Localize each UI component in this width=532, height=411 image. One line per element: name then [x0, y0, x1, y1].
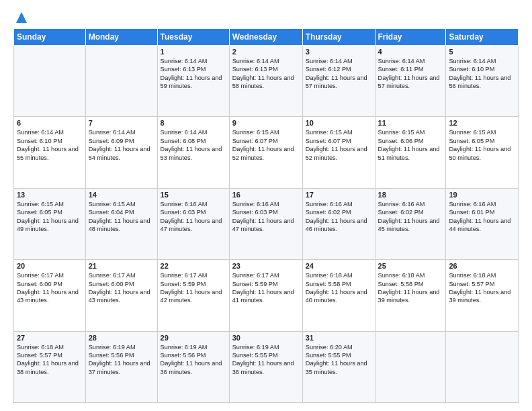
day-number: 25 — [378, 262, 443, 270]
cell-content: Sunrise: 6:16 AMSunset: 6:03 PMDaylight:… — [232, 200, 300, 234]
day-number: 11 — [378, 119, 443, 127]
cell-content: Sunrise: 6:15 AMSunset: 6:07 PMDaylight:… — [306, 128, 372, 162]
calendar-cell: 6Sunrise: 6:14 AMSunset: 6:10 PMDaylight… — [14, 117, 86, 188]
header — [13, 11, 519, 21]
calendar-week-row: 13Sunrise: 6:15 AMSunset: 6:05 PMDayligh… — [14, 188, 519, 259]
calendar-cell: 21Sunrise: 6:17 AMSunset: 6:00 PMDayligh… — [85, 260, 157, 331]
cell-content: Sunrise: 6:17 AMSunset: 6:00 PMDaylight:… — [89, 271, 154, 305]
day-number: 26 — [449, 262, 515, 270]
cell-content: Sunrise: 6:19 AMSunset: 5:55 PMDaylight:… — [232, 343, 300, 377]
calendar-cell — [446, 331, 519, 402]
day-number: 17 — [306, 191, 372, 199]
day-number: 20 — [17, 262, 83, 270]
calendar-cell: 26Sunrise: 6:18 AMSunset: 5:57 PMDayligh… — [446, 260, 519, 331]
calendar-cell: 18Sunrise: 6:16 AMSunset: 6:02 PMDayligh… — [375, 188, 446, 259]
day-number: 2 — [232, 48, 300, 56]
cell-content: Sunrise: 6:15 AMSunset: 6:04 PMDaylight:… — [89, 200, 154, 234]
cell-content: Sunrise: 6:19 AMSunset: 5:56 PMDaylight:… — [161, 343, 226, 377]
day-number: 24 — [306, 262, 372, 270]
column-header-monday: Monday — [85, 29, 157, 46]
day-number: 6 — [17, 119, 83, 127]
cell-content: Sunrise: 6:17 AMSunset: 5:59 PMDaylight:… — [232, 271, 300, 305]
day-number: 16 — [232, 191, 300, 199]
day-number: 15 — [161, 191, 226, 199]
logo — [13, 11, 28, 21]
calendar-cell: 12Sunrise: 6:15 AMSunset: 6:05 PMDayligh… — [446, 117, 519, 188]
calendar-cell: 3Sunrise: 6:14 AMSunset: 6:12 PMDaylight… — [302, 46, 375, 117]
cell-content: Sunrise: 6:14 AMSunset: 6:10 PMDaylight:… — [449, 57, 515, 91]
cell-content: Sunrise: 6:16 AMSunset: 6:01 PMDaylight:… — [449, 200, 515, 234]
cell-content: Sunrise: 6:14 AMSunset: 6:10 PMDaylight:… — [17, 128, 83, 162]
column-header-thursday: Thursday — [302, 29, 375, 46]
cell-content: Sunrise: 6:15 AMSunset: 6:07 PMDaylight:… — [232, 128, 300, 162]
cell-content: Sunrise: 6:14 AMSunset: 6:11 PMDaylight:… — [378, 57, 443, 91]
calendar-cell: 13Sunrise: 6:15 AMSunset: 6:05 PMDayligh… — [14, 188, 86, 259]
cell-content: Sunrise: 6:14 AMSunset: 6:08 PMDaylight:… — [161, 128, 226, 162]
logo-icon — [15, 11, 28, 24]
calendar-cell — [85, 46, 157, 117]
calendar-week-row: 1Sunrise: 6:14 AMSunset: 6:13 PMDaylight… — [14, 46, 519, 117]
day-number: 5 — [449, 48, 515, 56]
calendar-cell: 17Sunrise: 6:16 AMSunset: 6:02 PMDayligh… — [302, 188, 375, 259]
calendar-cell: 10Sunrise: 6:15 AMSunset: 6:07 PMDayligh… — [302, 117, 375, 188]
day-number: 9 — [232, 119, 300, 127]
cell-content: Sunrise: 6:18 AMSunset: 5:57 PMDaylight:… — [449, 271, 515, 305]
day-number: 13 — [17, 191, 83, 199]
calendar-cell: 5Sunrise: 6:14 AMSunset: 6:10 PMDaylight… — [446, 46, 519, 117]
calendar-cell: 9Sunrise: 6:15 AMSunset: 6:07 PMDaylight… — [229, 117, 302, 188]
calendar-cell: 8Sunrise: 6:14 AMSunset: 6:08 PMDaylight… — [157, 117, 229, 188]
column-header-saturday: Saturday — [446, 29, 519, 46]
calendar-cell: 24Sunrise: 6:18 AMSunset: 5:58 PMDayligh… — [302, 260, 375, 331]
day-number: 22 — [161, 262, 226, 270]
day-number: 14 — [89, 191, 154, 199]
cell-content: Sunrise: 6:18 AMSunset: 5:58 PMDaylight:… — [306, 271, 372, 305]
calendar-cell: 4Sunrise: 6:14 AMSunset: 6:11 PMDaylight… — [375, 46, 446, 117]
day-number: 12 — [449, 119, 515, 127]
day-number: 7 — [89, 119, 154, 127]
cell-content: Sunrise: 6:17 AMSunset: 6:00 PMDaylight:… — [17, 271, 83, 305]
cell-content: Sunrise: 6:14 AMSunset: 6:13 PMDaylight:… — [232, 57, 300, 91]
cell-content: Sunrise: 6:14 AMSunset: 6:13 PMDaylight:… — [161, 57, 226, 91]
day-number: 28 — [89, 334, 154, 342]
day-number: 27 — [17, 334, 83, 342]
calendar-cell: 7Sunrise: 6:14 AMSunset: 6:09 PMDaylight… — [85, 117, 157, 188]
cell-content: Sunrise: 6:16 AMSunset: 6:02 PMDaylight:… — [378, 200, 443, 234]
cell-content: Sunrise: 6:15 AMSunset: 6:05 PMDaylight:… — [17, 200, 83, 234]
cell-content: Sunrise: 6:15 AMSunset: 6:06 PMDaylight:… — [378, 128, 443, 162]
calendar-cell: 29Sunrise: 6:19 AMSunset: 5:56 PMDayligh… — [157, 331, 229, 402]
day-number: 4 — [378, 48, 443, 56]
calendar-cell: 14Sunrise: 6:15 AMSunset: 6:04 PMDayligh… — [85, 188, 157, 259]
calendar-table: SundayMondayTuesdayWednesdayThursdayFrid… — [13, 28, 519, 403]
cell-content: Sunrise: 6:18 AMSunset: 5:58 PMDaylight:… — [378, 271, 443, 305]
day-number: 23 — [232, 262, 300, 270]
day-number: 21 — [89, 262, 154, 270]
calendar-cell: 20Sunrise: 6:17 AMSunset: 6:00 PMDayligh… — [14, 260, 86, 331]
day-number: 8 — [161, 119, 226, 127]
cell-content: Sunrise: 6:18 AMSunset: 5:57 PMDaylight:… — [17, 343, 83, 377]
column-header-tuesday: Tuesday — [157, 29, 229, 46]
day-number: 31 — [306, 334, 372, 342]
calendar-week-row: 6Sunrise: 6:14 AMSunset: 6:10 PMDaylight… — [14, 117, 519, 188]
calendar-cell: 22Sunrise: 6:17 AMSunset: 5:59 PMDayligh… — [157, 260, 229, 331]
calendar-cell — [375, 331, 446, 402]
calendar-cell: 19Sunrise: 6:16 AMSunset: 6:01 PMDayligh… — [446, 188, 519, 259]
cell-content: Sunrise: 6:20 AMSunset: 5:55 PMDaylight:… — [306, 343, 372, 377]
day-number: 30 — [232, 334, 300, 342]
calendar-week-row: 27Sunrise: 6:18 AMSunset: 5:57 PMDayligh… — [14, 331, 519, 402]
column-header-friday: Friday — [375, 29, 446, 46]
calendar-cell: 15Sunrise: 6:16 AMSunset: 6:03 PMDayligh… — [157, 188, 229, 259]
day-number: 3 — [306, 48, 372, 56]
page: SundayMondayTuesdayWednesdayThursdayFrid… — [0, 0, 532, 411]
column-header-wednesday: Wednesday — [229, 29, 302, 46]
calendar-cell: 30Sunrise: 6:19 AMSunset: 5:55 PMDayligh… — [229, 331, 302, 402]
day-number: 29 — [161, 334, 226, 342]
calendar-cell — [14, 46, 86, 117]
calendar-cell: 25Sunrise: 6:18 AMSunset: 5:58 PMDayligh… — [375, 260, 446, 331]
day-number: 19 — [449, 191, 515, 199]
calendar-week-row: 20Sunrise: 6:17 AMSunset: 6:00 PMDayligh… — [14, 260, 519, 331]
cell-content: Sunrise: 6:16 AMSunset: 6:03 PMDaylight:… — [161, 200, 226, 234]
svg-marker-0 — [16, 12, 27, 23]
calendar-cell: 23Sunrise: 6:17 AMSunset: 5:59 PMDayligh… — [229, 260, 302, 331]
cell-content: Sunrise: 6:19 AMSunset: 5:56 PMDaylight:… — [89, 343, 154, 377]
day-number: 10 — [306, 119, 372, 127]
